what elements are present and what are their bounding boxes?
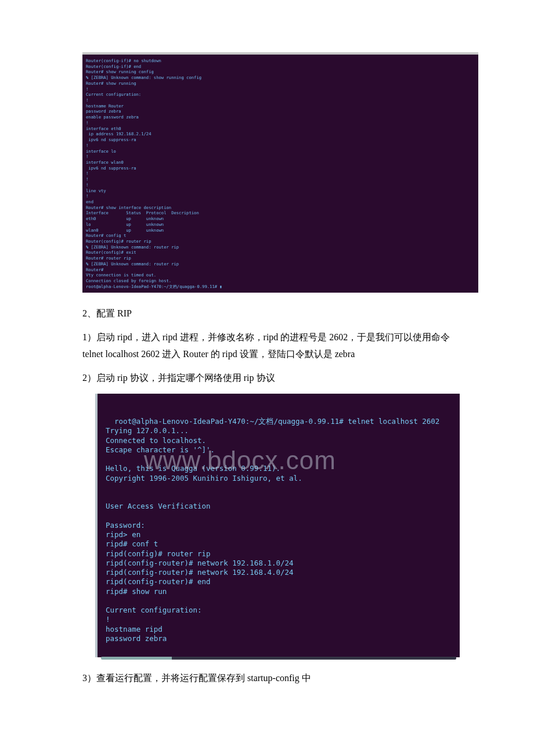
terminal-2-content: root@alpha-Lenovo-IdeaPad-Y470:~/文档/quag…	[106, 417, 439, 643]
paragraph-step-2-3: 3）查看运行配置，并将运行配置保存到 startup-config 中	[82, 670, 464, 687]
paragraph-step-2-1: 1）启动 ripd，进入 ripd 进程，并修改名称，ripd 的进程号是 26…	[82, 329, 464, 363]
scrollbar-bottom	[101, 657, 456, 660]
terminal-screenshot-2: www.bdocx.com root@alpha-Lenovo-IdeaPad-…	[95, 394, 460, 658]
terminal-screenshot-1: Router(config-if)# no shutdown Router(co…	[82, 52, 478, 293]
paragraph-step-2-2: 2）启动 rip 协议，并指定哪个网络使用 rip 协议	[82, 370, 464, 387]
heading-step-2: 2、配置 RIP	[82, 305, 464, 322]
